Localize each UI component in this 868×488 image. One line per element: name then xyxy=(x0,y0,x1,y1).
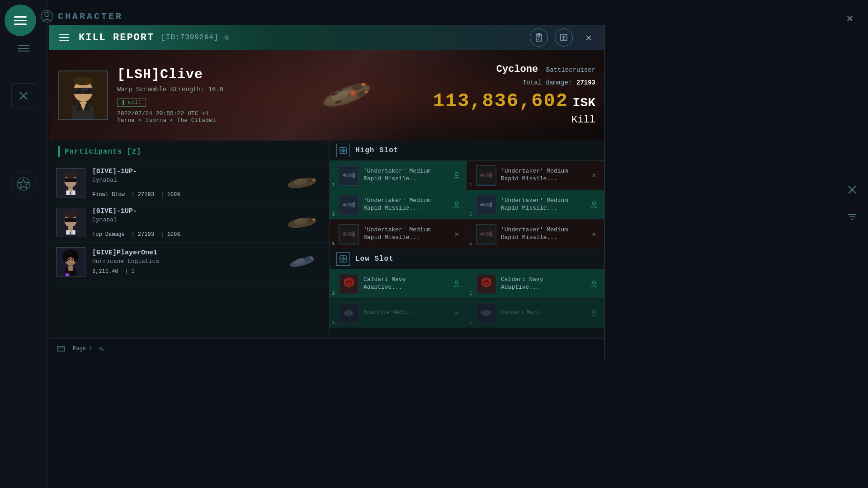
svg-rect-102 xyxy=(490,173,492,178)
adaptive-icon-4 xyxy=(477,304,495,322)
high-slot-item-6[interactable]: 1 'Undertaker' Medium Rapid Missile... ✕ xyxy=(467,220,604,249)
slot-item-icon-4 xyxy=(476,195,496,215)
participant-1-details: [GIVE]-1UP- Cynabal Final Blow | 27193 |… xyxy=(85,168,282,198)
app-close-icon: ✕ xyxy=(847,12,853,25)
participant-row-2[interactable]: [GIVE]-1UP- Cynabal Top Damage | 27193 |… xyxy=(49,203,329,243)
svg-rect-115 xyxy=(480,204,484,206)
slot-item-status-1 xyxy=(452,171,461,180)
low-slot-item-name-4: Caldari Medi... xyxy=(496,310,590,317)
participant-3-details: [GIVE]PlayerOne1 Hurricane Logistics 2,2… xyxy=(85,249,282,275)
missile-launcher-icon-4 xyxy=(477,196,495,214)
window-close-icon: ✕ xyxy=(585,32,591,44)
low-slot-icon xyxy=(336,252,350,266)
window-menu-button[interactable] xyxy=(56,30,72,46)
person-survived-low-1 xyxy=(453,280,461,288)
window-close-button[interactable]: ✕ xyxy=(580,28,598,47)
content-area: Participants [2] xyxy=(49,141,604,359)
slot-item-name-6: 'Undertaker' Medium Rapid Missile... xyxy=(496,226,590,242)
missile-launcher-icon-2 xyxy=(477,166,495,184)
low-slot-item-1[interactable]: 1 ▲ Caldari Navy Adaptive... xyxy=(330,269,467,299)
low-slot-item-name-1: Caldari Navy Adaptive... xyxy=(359,276,452,291)
participants-panel: Participants [2] xyxy=(49,141,330,359)
participant-1-ship: Cynabal xyxy=(92,177,275,183)
participants-bar-decoration xyxy=(58,146,60,157)
participant-row-3[interactable]: ■ [GIVE]PlayerOne1 Hurricane Logistics 2… xyxy=(49,243,329,282)
low-slot-item-status-3: ✕ xyxy=(452,309,461,318)
person-survived-low-4 xyxy=(590,309,598,317)
low-slot-item-2[interactable]: 1 ▲ Caldari Navy Adaptive... xyxy=(467,269,604,299)
low-slot-item-3-partial[interactable]: 1 Adaptive Medi... ✕ xyxy=(330,299,467,328)
slot-item-status-3 xyxy=(452,200,461,209)
person-survived-icon-1 xyxy=(453,171,461,179)
svg-rect-124 xyxy=(490,231,492,237)
slot-item-status-2: ✕ xyxy=(590,171,599,180)
sidebar-menu-icon[interactable] xyxy=(18,45,29,52)
caldari-navy-icon-1: ▲ xyxy=(340,275,358,293)
slot-item-status-4 xyxy=(590,200,599,209)
participant-2-stats: Top Damage | 27193 | 100% xyxy=(92,231,275,238)
svg-point-136 xyxy=(593,281,596,284)
low-slot-qty-2: 1 xyxy=(469,291,472,296)
kill-id: [ID:7399264] xyxy=(161,33,218,42)
svg-point-116 xyxy=(593,202,596,205)
character-icon xyxy=(41,10,53,23)
sidebar-close-icon[interactable] xyxy=(11,83,36,108)
participant-1-name: [GIVE]-1UP- xyxy=(92,168,275,175)
participant-1-ship-img xyxy=(282,169,322,197)
participant-2-ship-img xyxy=(282,209,322,236)
kill-location: Tarna < Isorna < The Citadel xyxy=(117,117,604,124)
slots-panel: High Slot 1 xyxy=(330,141,604,359)
filter-button[interactable] xyxy=(843,208,861,226)
export-button[interactable] xyxy=(555,28,573,47)
high-slot-item-5[interactable]: 1 'Undertaker' Medium Rapid Missile... ✕ xyxy=(330,220,467,249)
participant-3-avatar: ■ xyxy=(56,247,85,277)
high-slot-icon xyxy=(336,144,350,157)
bottom-nav-icon[interactable] xyxy=(56,344,66,354)
low-slot-item-icon-2: ▲ xyxy=(476,274,496,294)
slot-item-status-6: ✕ xyxy=(590,230,599,239)
low-slot-item-4-partial[interactable]: 1 Caldari Medi... xyxy=(467,299,604,328)
low-slot-title: Low Slot xyxy=(355,255,394,263)
low-slot-shield-icon xyxy=(338,254,348,264)
tools-close-icon[interactable] xyxy=(843,181,861,199)
participant-row-1[interactable]: [GIVE]-1UP- Cynabal Final Blow | 27193 |… xyxy=(49,163,329,203)
svg-marker-5 xyxy=(19,179,28,188)
title-bar: KILL REPORT [ID:7399264] ⎘ ✕ xyxy=(49,25,604,50)
left-sidebar xyxy=(0,0,47,488)
slot-item-icon-2 xyxy=(476,165,496,186)
svg-point-60 xyxy=(64,211,76,218)
cynabal-ship-2 xyxy=(283,210,321,235)
app-close-button[interactable]: ✕ xyxy=(839,7,861,29)
pilot-warp-stat: Warp Scramble Strength: 16.0 xyxy=(117,86,604,93)
participant-3-stats: 2,211.40 | 1 xyxy=(92,268,275,275)
participant-2-details: [GIVE]-1UP- Cynabal Top Damage | 27193 |… xyxy=(85,207,282,238)
svg-text:▲: ▲ xyxy=(348,281,350,285)
copy-icon[interactable]: ⎘ xyxy=(225,34,229,41)
filter-icon xyxy=(846,211,858,223)
app-menu-button[interactable] xyxy=(5,5,36,36)
high-slot-item-4[interactable]: 1 'Undertaker' Medium Rapid Missile... xyxy=(467,190,604,220)
participant-2-ship: Cynabal xyxy=(92,216,275,223)
missile-launcher-icon-1 xyxy=(340,166,358,184)
low-slot-item-icon-1: ▲ xyxy=(339,274,359,294)
clipboard-button[interactable] xyxy=(530,28,548,47)
svg-rect-96 xyxy=(353,173,355,178)
svg-point-70 xyxy=(312,218,315,221)
svg-rect-44 xyxy=(64,178,76,182)
high-slot-header: High Slot xyxy=(330,141,604,161)
high-slot-item-3[interactable]: 1 'Undertaker' Medium Rapid Missile... xyxy=(330,190,467,220)
person-survived-icon-4 xyxy=(590,201,598,209)
svg-text:■: ■ xyxy=(66,274,68,276)
sidebar-star-icon[interactable] xyxy=(11,171,36,196)
adaptive-icon-3 xyxy=(340,304,358,322)
edit-button[interactable]: ✎ xyxy=(99,344,104,354)
high-slot-item-2[interactable]: 1 'Undertaker' Medium Rapid Missile... ✕ xyxy=(467,161,604,190)
slot-item-name-1: 'Undertaker' Medium Rapid Missile... xyxy=(359,168,452,183)
high-slot-item-1[interactable]: 1 'Undertaker' Medium Rapid Missile... xyxy=(330,161,467,190)
svg-point-110 xyxy=(455,202,458,205)
pilot-info: [LSH]Clive Warp Scramble Strength: 16.0 … xyxy=(117,67,604,124)
participant-2-name: [GIVE]-1UP- xyxy=(92,207,275,215)
high-slot-items: 1 'Undertaker' Medium Rapid Missile... xyxy=(330,161,604,249)
svg-rect-126 xyxy=(480,233,484,235)
slot-item-icon-6 xyxy=(476,224,496,244)
